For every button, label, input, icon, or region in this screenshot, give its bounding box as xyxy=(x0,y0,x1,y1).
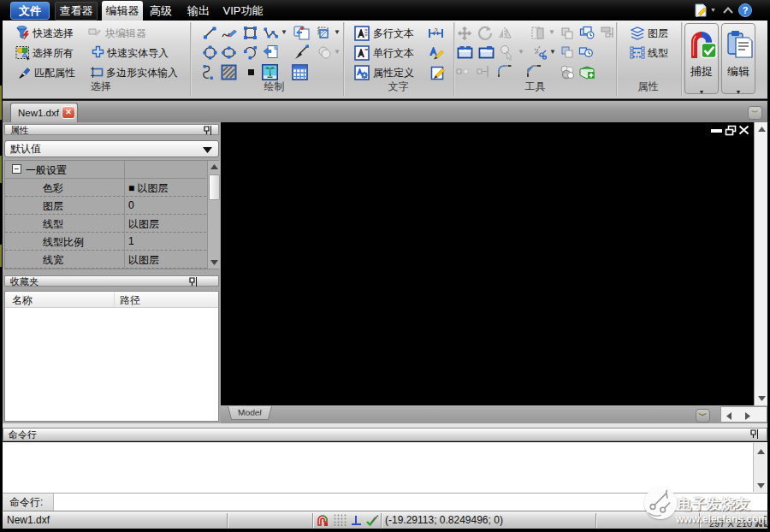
svg-text:?: ? xyxy=(435,27,438,33)
svg-text:?: ? xyxy=(743,5,749,15)
